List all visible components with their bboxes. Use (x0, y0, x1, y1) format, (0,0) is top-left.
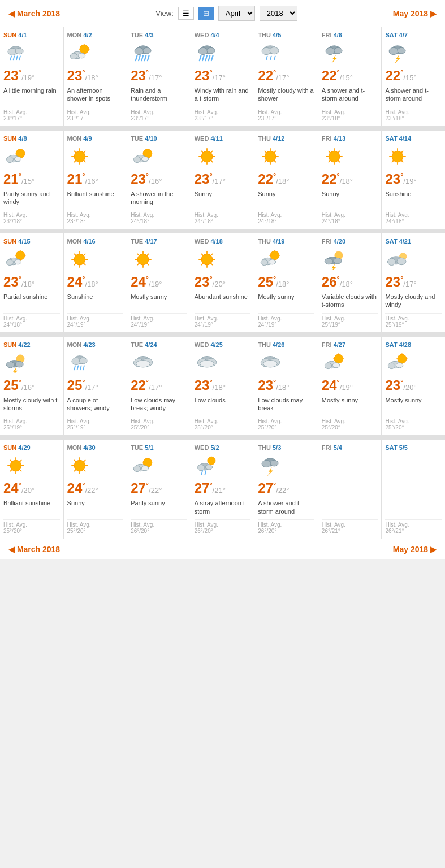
svg-point-14 (78, 53, 85, 58)
svg-line-77 (265, 160, 267, 162)
day-cell: THU 4/5 22°/17° Mostly cloudy with a sho… (254, 27, 318, 126)
day-name: TUE (131, 238, 143, 245)
temp-low: 20° (214, 280, 226, 288)
svg-point-102 (6, 259, 13, 266)
svg-line-95 (392, 160, 394, 162)
temp-separator: /17° (213, 177, 226, 185)
weather-desc: A couple of showers; windy (67, 396, 124, 413)
temp-display: 22°/15° (322, 68, 378, 84)
day-cell: SAT 4/21 23°/17° Mostly cloudy and windy… (382, 233, 445, 332)
temp-display: 22°/17° (131, 377, 187, 393)
year-select[interactable]: 2018 (260, 6, 297, 21)
day-date: 4/14 (399, 135, 411, 142)
day-cell: MON 4/23 25°/17° A couple of showers; wi… (64, 337, 127, 436)
temp-separator: /19° (149, 280, 162, 288)
day-date: 4/5 (273, 32, 281, 38)
weather-icon (3, 43, 60, 64)
temp-high: 23° (3, 274, 21, 289)
footer-next-month[interactable]: May 2018 ▶ (393, 545, 437, 554)
day-cell: TUE 4/24 22°/17° Low clouds may break; w… (127, 337, 191, 436)
temp-display: 23°/17° (385, 274, 442, 290)
temp-high: 22° (322, 171, 340, 186)
footer-prev-month[interactable]: ◀ March 2018 (8, 545, 60, 554)
hist-avg: Hist. Avg.23°/17° (131, 107, 187, 121)
day-cell: WED 5/2 27°/21° A stray afternoon t-stor… (191, 440, 254, 539)
temp-high: 23° (385, 274, 403, 289)
temp-low: 18° (87, 280, 98, 288)
day-header: SUN 4/22 (3, 341, 60, 348)
temp-high: 27° (131, 480, 149, 496)
temp-high: 23° (385, 171, 403, 186)
svg-point-16 (135, 47, 144, 54)
day-name: WED (195, 135, 209, 142)
next-month-link[interactable]: May 2018 ▶ (393, 9, 437, 18)
weather-icon (131, 353, 187, 374)
temp-low: 16° (87, 177, 98, 185)
svg-point-58 (133, 157, 140, 163)
weather-desc: Brilliant sunshine (3, 499, 60, 515)
svg-line-22 (148, 55, 149, 60)
temp-separator: /17° (149, 383, 162, 392)
temp-high: 23° (195, 171, 213, 186)
weather-desc: Partly sunny (131, 499, 187, 515)
day-header: SUN 4/8 (3, 135, 60, 142)
day-name: FRI (322, 341, 332, 348)
day-cell: MON 4/9 21°/16° Brilliant sunshine His (64, 131, 127, 229)
day-cell: SUN 4/15 23°/18° Partial sunshine Hist. … (0, 233, 63, 332)
day-name: THU (258, 135, 271, 142)
temp-display: 24°/19° (322, 377, 378, 393)
svg-line-191 (10, 461, 12, 462)
day-date: 4/13 (334, 135, 345, 142)
day-header: THU 4/19 (258, 238, 314, 245)
svg-point-39 (334, 47, 342, 54)
day-header: WED 4/25 (195, 341, 251, 348)
day-cell: FRI 4/13 22°/18° Sunny Hist. Avg.24°/1 (318, 131, 382, 229)
hist-avg: Hist. Avg.25°/19° (67, 416, 124, 431)
svg-line-20 (142, 55, 144, 60)
svg-line-66 (211, 160, 213, 162)
svg-line-53 (84, 160, 85, 162)
weather-icon (3, 455, 60, 477)
hist-avg: Hist. Avg.26°/21° (385, 519, 442, 534)
svg-point-142 (334, 258, 342, 264)
temp-high: 25° (258, 274, 276, 289)
hist-avg: Hist. Avg.23°/18° (322, 107, 378, 121)
temp-high: 23° (195, 68, 213, 83)
day-name: MON (67, 341, 82, 348)
svg-line-157 (83, 366, 84, 370)
day-header: THU 5/3 (258, 444, 314, 451)
weather-icon (3, 353, 60, 374)
month-select[interactable]: April (218, 6, 255, 21)
hist-avg: Hist. Avg.24°/19° (195, 313, 251, 328)
svg-line-36 (274, 56, 275, 59)
temp-low: 19° (405, 177, 417, 185)
day-cell: THU 5/3 27°/22° A shower and t-storm aro… (254, 440, 318, 539)
day-date: 4/22 (18, 341, 30, 348)
weather-desc: Low clouds may break (258, 396, 314, 413)
day-header: MON 4/30 (67, 444, 124, 451)
temp-high: 23° (258, 377, 276, 393)
svg-point-207 (142, 466, 149, 471)
svg-line-112 (74, 263, 76, 265)
temp-low: 16° (24, 383, 35, 392)
temp-display: 23°/17° (195, 68, 251, 84)
day-name: SUN (3, 135, 16, 142)
day-header: SAT 5/5 (385, 444, 442, 451)
weather-desc: Sunny (258, 190, 314, 206)
temp-separator: /20° (21, 486, 34, 494)
weather-desc: Mostly cloudy with t-storms (3, 396, 60, 413)
grid-view-btn[interactable]: ⊞ (198, 7, 214, 20)
temp-display: 27°/21° (195, 480, 251, 496)
weather-desc: Partly sunny and windy (3, 190, 60, 206)
list-view-btn[interactable]: ☰ (178, 7, 194, 20)
svg-point-41 (389, 47, 398, 54)
day-date: 4/27 (334, 341, 345, 348)
day-cell: FRI 4/27 24°/19° Mostly sunny Hist. Avg.… (318, 337, 382, 436)
weather-desc: Mostly cloudy and windy (385, 293, 442, 309)
day-name: SUN (3, 32, 16, 38)
day-cell: THU 4/12 22°/18° Sunny Hist. Avg.24°/1 (254, 131, 318, 229)
prev-month-link[interactable]: ◀ March 2018 (8, 9, 60, 18)
svg-line-3 (10, 56, 11, 60)
temp-low: 20° (24, 486, 35, 494)
temp-separator: /18° (276, 383, 289, 392)
